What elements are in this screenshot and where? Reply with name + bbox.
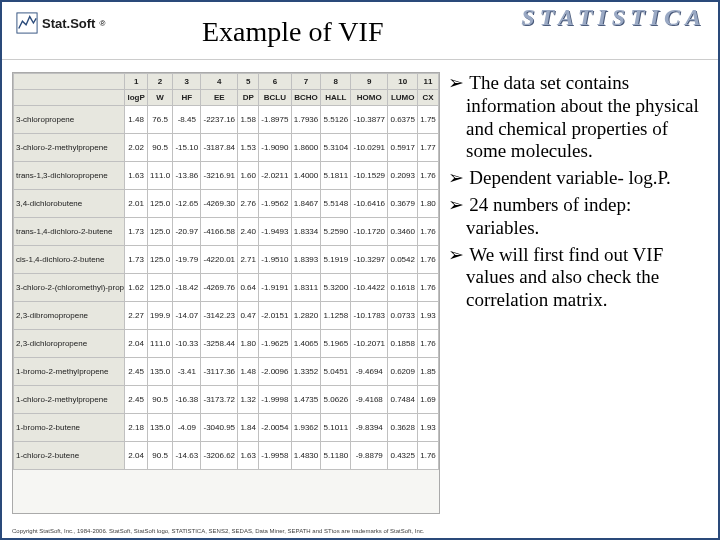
col-name: BCLU [259, 90, 292, 106]
cell: 1.9362 [291, 414, 321, 442]
table-row: trans-1,3-dichloropropene1.63111.0-13.86… [14, 162, 439, 190]
cell: -3173.72 [201, 386, 238, 414]
cell: 0.7484 [388, 386, 418, 414]
cell: -2.0054 [259, 414, 292, 442]
cell: -2237.16 [201, 106, 238, 134]
cell: -19.79 [173, 246, 201, 274]
cell: 1.80 [238, 330, 259, 358]
cell: 0.6209 [388, 358, 418, 386]
cell: 0.47 [238, 302, 259, 330]
cell: 5.5126 [321, 106, 351, 134]
col-number: 2 [147, 74, 172, 90]
cell: -3.41 [173, 358, 201, 386]
cell: 2.45 [125, 386, 148, 414]
table-row: 3-chloro-2-methylpropene2.0290.5-15.10-3… [14, 134, 439, 162]
statsoft-text: Stat.Soft [42, 16, 95, 31]
cell: 1.4000 [291, 162, 321, 190]
cell: 111.0 [147, 330, 172, 358]
cell: 0.1858 [388, 330, 418, 358]
cell: -1.9510 [259, 246, 292, 274]
cell: -20.97 [173, 218, 201, 246]
cell: -10.2071 [351, 330, 388, 358]
corner-cell [14, 74, 125, 90]
table-row: 1-bromo-2-butene2.18135.0-4.09-3040.951.… [14, 414, 439, 442]
cell: 2.02 [125, 134, 148, 162]
cell: 0.2093 [388, 162, 418, 190]
cell: 1.8311 [291, 274, 321, 302]
cell: 90.5 [147, 134, 172, 162]
col-name: HALL [321, 90, 351, 106]
cell: 1.7936 [291, 106, 321, 134]
row-name: cis-1,4-dichloro-2-butene [14, 246, 125, 274]
col-number: 9 [351, 74, 388, 90]
col-number: 1 [125, 74, 148, 90]
cell: 1.53 [238, 134, 259, 162]
cell: 1.8467 [291, 190, 321, 218]
cell: 1.63 [125, 162, 148, 190]
bullet-list: ➢ The data set contains information abou… [448, 72, 708, 514]
cell: 125.0 [147, 246, 172, 274]
cell: -18.42 [173, 274, 201, 302]
cell: -3258.44 [201, 330, 238, 358]
content: 1234567891011 logPWHFEEDPBCLUBCHOHALLHOM… [12, 72, 708, 514]
cell: 1.1258 [321, 302, 351, 330]
table-header-numbers: 1234567891011 [14, 74, 439, 90]
bullet-item: ➢ Dependent variable- log.P. [448, 167, 704, 190]
cell: 1.69 [418, 386, 439, 414]
cell: 0.0542 [388, 246, 418, 274]
cell: 0.3628 [388, 414, 418, 442]
row-name: 3-chloro-2-methylpropene [14, 134, 125, 162]
cell: -10.3297 [351, 246, 388, 274]
cell: -10.6416 [351, 190, 388, 218]
cell: -1.9562 [259, 190, 292, 218]
cell: -9.4694 [351, 358, 388, 386]
cell: 1.73 [125, 246, 148, 274]
cell: -13.86 [173, 162, 201, 190]
cell: -1.9998 [259, 386, 292, 414]
cell: 1.4830 [291, 442, 321, 470]
cell: -2.0151 [259, 302, 292, 330]
cell: 2.45 [125, 358, 148, 386]
row-name: 1-chloro-2-methylpropene [14, 386, 125, 414]
cell: -9.8879 [351, 442, 388, 470]
cell: 111.0 [147, 162, 172, 190]
cell: 5.1011 [321, 414, 351, 442]
col-number: 6 [259, 74, 292, 90]
cell: 0.3460 [388, 218, 418, 246]
row-name: 3,4-dichlorobutene [14, 190, 125, 218]
cell: -10.0291 [351, 134, 388, 162]
table-row: 3,4-dichlorobutene2.01125.0-12.65-4269.3… [14, 190, 439, 218]
cell: 1.93 [418, 414, 439, 442]
col-number: 10 [388, 74, 418, 90]
cell: 1.48 [238, 358, 259, 386]
cell: 1.48 [125, 106, 148, 134]
cell: 0.4325 [388, 442, 418, 470]
cell: -10.33 [173, 330, 201, 358]
cell: 1.77 [418, 134, 439, 162]
row-name: 2,3-dichloropropene [14, 330, 125, 358]
table-row: 3-chloropropene1.4876.5-8.45-2237.161.58… [14, 106, 439, 134]
data-table: 1234567891011 logPWHFEEDPBCLUBCHOHALLHOM… [13, 73, 439, 470]
statistica-logo: STATISTICA [521, 4, 706, 31]
cell: 0.5917 [388, 134, 418, 162]
cell: 1.84 [238, 414, 259, 442]
data-table-wrap: 1234567891011 logPWHFEEDPBCLUBCHOHALLHOM… [12, 72, 440, 514]
cell: 135.0 [147, 358, 172, 386]
cell: 1.4735 [291, 386, 321, 414]
col-name: W [147, 90, 172, 106]
cell: -12.65 [173, 190, 201, 218]
cell: 5.1180 [321, 442, 351, 470]
cell: 1.2820 [291, 302, 321, 330]
corner-cell [14, 90, 125, 106]
col-name: CX [418, 90, 439, 106]
table-row: 1-bromo-2-methylpropene2.45135.0-3.41-31… [14, 358, 439, 386]
cell: -9.8394 [351, 414, 388, 442]
cell: 76.5 [147, 106, 172, 134]
col-name: EE [201, 90, 238, 106]
cell: 1.75 [418, 106, 439, 134]
col-name: BCHO [291, 90, 321, 106]
cell: -15.10 [173, 134, 201, 162]
page-title: Example of VIF [202, 16, 383, 48]
cell: -4269.76 [201, 274, 238, 302]
cell: 1.76 [418, 330, 439, 358]
